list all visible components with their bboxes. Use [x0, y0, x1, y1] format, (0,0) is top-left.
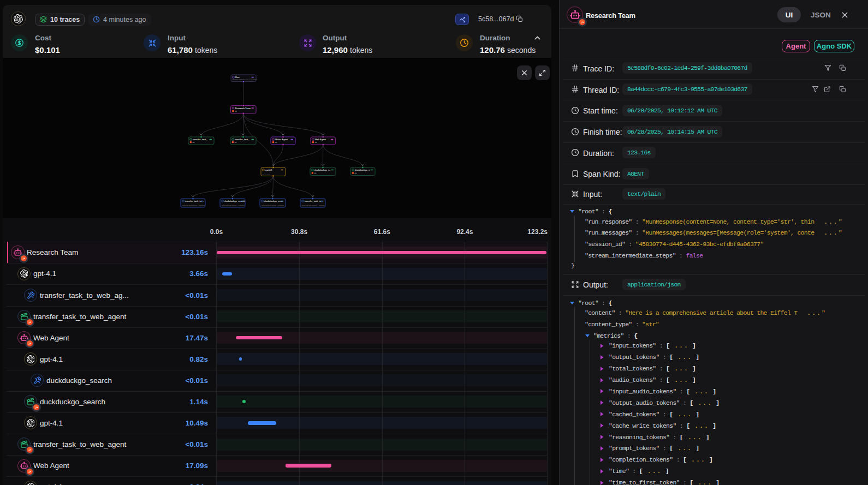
- svg-text:Research Team: Research Team: [235, 107, 251, 110]
- svg-text:duckduckgo_s..: duckduckgo_s..: [314, 169, 330, 171]
- svg-text:— — ——: — — ——: [263, 173, 271, 175]
- svg-text:transfer_task_: transfer_task_: [193, 138, 207, 141]
- svg-text:gpt-4.1: gpt-4.1: [265, 169, 273, 171]
- svg-text:selected text xxxxxx + xxxxxxx: selected text xxxxxx + xxxxxxx: [261, 205, 284, 207]
- svg-text:selected text xxxxxx + xxxxxxx: selected text xxxxxx + xxxxxxx: [222, 205, 245, 207]
- svg-text:duckduckgo_n: duckduckgo_n: [355, 169, 370, 171]
- svg-text:Web Agent: Web Agent: [315, 138, 326, 141]
- svg-text:transfer_task_to_..: transfer_task_to_..: [305, 200, 324, 202]
- svg-text:Writer Agent: Writer Agent: [275, 138, 288, 141]
- svg-text:selected text xxxxxx + xxxxxxx: selected text xxxxxx + xxxxxxx: [302, 205, 325, 207]
- svg-text:duckduckgo_news: duckduckgo_news: [264, 200, 283, 202]
- svg-text:session started at 10:12:12 xx: session started at 10:12:12 xxxx: [233, 79, 257, 81]
- svg-text:transfer_task_: transfer_task_: [235, 138, 249, 141]
- svg-text:selected text xxxxxx + xxxxxxx: selected text xxxxxx + xxxxxxx: [182, 205, 205, 207]
